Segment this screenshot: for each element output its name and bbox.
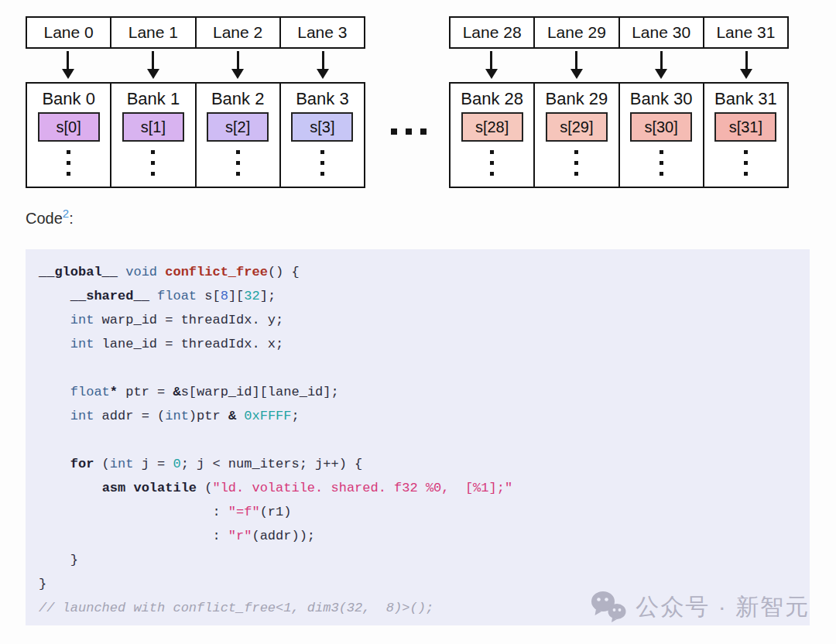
down-arrow-icon [26,49,111,82]
article-page: Lane 0Lane 1Lane 2Lane 3 Bank 0s[0]Bank … [0,0,836,644]
code-line: int lane_id = threadIdx. x; [39,332,810,356]
bank-label: Bank 0 [42,89,95,109]
lane-cell: Lane 29 [533,18,618,47]
bank-row: Bank 0s[0]Bank 1s[1]Bank 2s[2]Bank 3s[3] [26,82,365,188]
lane-row: Lane 0Lane 1Lane 2Lane 3 [26,16,365,49]
bank-cell: Bank 30s[30] [618,84,703,187]
vertical-ellipsis [490,150,494,176]
shared-mem-cell: s[2] [207,112,269,142]
lane-bank-group-left: Lane 0Lane 1Lane 2Lane 3 Bank 0s[0]Bank … [26,16,365,188]
code-heading: Code2: [26,210,74,228]
lane-cell: Lane 2 [195,18,279,47]
shared-mem-cell: s[30] [630,112,692,142]
lane-bank-group-right: Lane 28Lane 29Lane 30Lane 31 Bank 28s[28… [449,16,789,188]
shared-mem-cell: s[28] [461,112,523,142]
wechat-icon [590,590,629,624]
shared-mem-cell: s[31] [714,112,776,142]
down-arrow-icon [619,49,704,82]
vertical-ellipsis [236,150,240,176]
bank-row: Bank 28s[28]Bank 29s[29]Bank 30s[30]Bank… [449,82,789,188]
code-line: __global__ void conflict_free() { [39,260,810,284]
lane-cell: Lane 30 [618,18,703,47]
code-line: __shared__ float s[8][32]; [39,284,810,308]
watermark-text: 公众号 · 新智元 [636,591,810,623]
code-line: : ″r″(addr)); [39,524,810,548]
code-line: int warp_id = threadIdx. y; [39,308,810,332]
vertical-ellipsis [574,150,578,176]
vertical-ellipsis [320,150,324,176]
lane-cell: Lane 31 [703,18,787,47]
code-line: float* ptr = &s[warp_id][lane_id]; [39,380,810,404]
footnote-reference-link[interactable]: 2 [63,207,69,220]
shared-mem-cell: s[1] [122,112,184,142]
down-arrow-icon [196,49,281,82]
shared-mem-cell: s[3] [291,112,353,142]
bank-label: Bank 29 [546,89,608,109]
code-line: asm volatile (″ld. volatile. shared. f32… [39,476,810,500]
bank-cell: Bank 1s[1] [110,84,194,187]
bank-cell: Bank 28s[28] [451,84,533,187]
bank-label: Bank 1 [127,89,180,109]
vertical-ellipsis [67,150,70,176]
vertical-ellipsis [744,150,748,176]
bank-label: Bank 2 [211,89,265,109]
down-arrow-icon [280,49,365,82]
code-line: : ″=f″(r1) [39,500,810,524]
lane-cell: Lane 28 [451,18,533,47]
cuda-code-block: __global__ void conflict_free() { __shar… [26,249,810,625]
vertical-ellipsis [660,150,663,176]
code-line: int addr = (int)ptr & 0xFFFF; [39,404,810,428]
code-line [39,428,810,452]
watermark: 公众号 · 新智元 [590,590,810,624]
bank-label: Bank 3 [296,89,349,109]
down-arrow-icon [449,49,534,82]
bank-label: Bank 30 [630,89,693,109]
bank-cell: Bank 31s[31] [703,84,787,187]
bank-cell: Bank 29s[29] [533,84,618,187]
code-heading-colon: : [69,210,74,227]
code-heading-text: Code [26,210,63,227]
horizontal-ellipsis [391,128,427,135]
shared-mem-cell: s[29] [546,112,608,142]
lane-row: Lane 28Lane 29Lane 30Lane 31 [449,16,789,49]
lane-cell: Lane 0 [27,18,110,47]
code-line: } [39,548,810,572]
code-line: for (int j = 0; j < num_iters; j++) { [39,452,810,476]
down-arrow-icon [704,49,789,82]
arrow-row [449,49,789,82]
vertical-ellipsis [151,150,155,176]
bank-cell: Bank 2s[2] [195,84,279,187]
bank-label: Bank 28 [461,89,523,109]
bank-cell: Bank 0s[0] [27,84,110,187]
lane-cell: Lane 3 [279,18,364,47]
lane-cell: Lane 1 [110,18,194,47]
code-line [39,356,810,380]
bank-label: Bank 31 [714,89,777,109]
shared-mem-cell: s[0] [38,112,100,142]
down-arrow-icon [111,49,196,82]
down-arrow-icon [534,49,619,82]
bank-cell: Bank 3s[3] [279,84,364,187]
arrow-row [26,49,365,82]
